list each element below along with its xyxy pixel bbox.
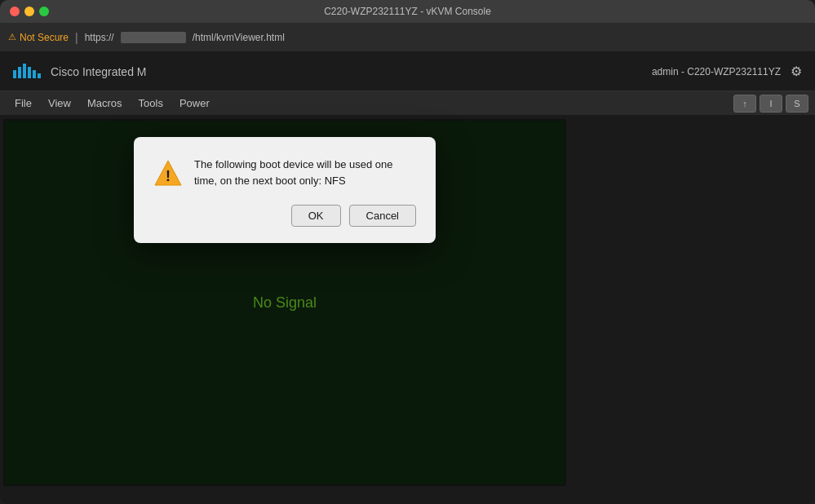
svg-rect-4: [33, 70, 36, 78]
cancel-button[interactable]: Cancel: [349, 205, 416, 227]
svg-rect-0: [13, 70, 16, 78]
minimize-button[interactable]: [24, 7, 34, 16]
svg-rect-5: [38, 73, 41, 78]
svg-rect-1: [18, 67, 21, 78]
cisco-logo-icon: [13, 64, 42, 80]
menu-btn-up[interactable]: ↑: [733, 95, 756, 113]
address-separator: |: [75, 31, 78, 44]
window-title: C220-WZP232111YZ - vKVM Console: [324, 6, 491, 17]
cisco-user-label: admin - C220-WZP232111YZ: [652, 66, 781, 77]
menu-item-power[interactable]: Power: [171, 94, 218, 113]
app-content: Cisco Integrated M admin - C220-WZP23211…: [0, 52, 815, 504]
address-bar: ⚠ Not Secure | https:// /html/kvmViewer.…: [0, 23, 815, 52]
menu-bar-right: ↑ I S: [733, 95, 808, 113]
modal-overlay: ! The following boot device will be used…: [5, 121, 565, 484]
address-https: https://: [85, 32, 114, 43]
warning-icon: ⚠: [8, 32, 16, 42]
gear-icon[interactable]: ⚙: [791, 64, 802, 79]
ok-button[interactable]: OK: [291, 205, 341, 227]
cisco-header-right: admin - C220-WZP232111YZ ⚙: [652, 64, 802, 79]
not-secure-indicator: ⚠ Not Secure: [8, 32, 69, 43]
cisco-logo: Cisco Integrated M: [13, 64, 147, 80]
svg-rect-2: [23, 64, 26, 78]
menu-btn-i[interactable]: I: [760, 95, 782, 113]
svg-rect-3: [28, 67, 31, 78]
close-button[interactable]: [10, 7, 20, 16]
not-secure-label: Not Secure: [20, 32, 69, 43]
cisco-header: Cisco Integrated M admin - C220-WZP23211…: [0, 52, 815, 91]
cisco-app-title: Cisco Integrated M: [51, 65, 147, 78]
modal-dialog: ! The following boot device will be used…: [134, 137, 436, 243]
kvm-screen: No Signal ! The following boot device wi…: [3, 119, 566, 486]
traffic-lights: [10, 7, 49, 16]
modal-warning-icon: !: [153, 158, 183, 188]
maximize-button[interactable]: [39, 7, 49, 16]
menu-item-tools[interactable]: Tools: [131, 94, 171, 113]
menu-item-view[interactable]: View: [40, 94, 79, 113]
address-hidden-domain: [121, 32, 186, 43]
menu-btn-s[interactable]: S: [786, 95, 808, 113]
main-window: C220-WZP232111YZ - vKVM Console ⚠ Not Se…: [0, 0, 815, 504]
address-path: /html/kvmViewer.html: [193, 32, 285, 43]
modal-content: ! The following boot device will be used…: [153, 157, 416, 188]
menu-bar: File View Macros Tools Power ↑ I S: [0, 91, 815, 116]
menu-item-macros[interactable]: Macros: [79, 94, 131, 113]
svg-text:!: !: [166, 168, 171, 184]
kvm-area: No Signal ! The following boot device wi…: [0, 116, 815, 504]
menu-item-file[interactable]: File: [7, 94, 40, 113]
modal-buttons: OK Cancel: [153, 205, 416, 227]
modal-message: The following boot device will be used o…: [194, 157, 416, 188]
title-bar: C220-WZP232111YZ - vKVM Console: [0, 0, 815, 23]
